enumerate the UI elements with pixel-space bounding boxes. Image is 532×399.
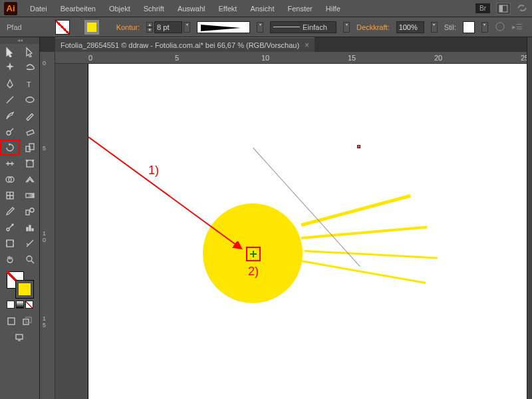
screen-mode-icon[interactable]	[13, 331, 27, 344]
svg-rect-22	[7, 240, 13, 247]
panel-grip-icon[interactable]: ◂◂	[0, 37, 39, 44]
control-bar: Pfad Kontur: ▲▼ 8 pt ▾ ▾ Einfach ▾ Deckk…	[0, 17, 532, 37]
lasso-tool[interactable]	[20, 60, 40, 76]
artboard-tool[interactable]	[0, 235, 20, 251]
canvas-area[interactable]: 1) 2)	[55, 64, 532, 399]
gradient-tool[interactable]	[20, 188, 40, 203]
stroke-down-icon[interactable]: ▼	[146, 27, 153, 33]
menu-view[interactable]: Ansicht	[244, 2, 280, 15]
menu-help[interactable]: Hilfe	[320, 2, 346, 15]
selection-tool[interactable]	[0, 44, 20, 60]
right-panel-collapsed[interactable]	[527, 37, 532, 399]
pen-tool[interactable]	[0, 76, 20, 92]
magic-wand-tool[interactable]	[0, 60, 20, 76]
ruler-tick: 0	[43, 60, 46, 66]
stroke-weight-value[interactable]: 8 pt	[154, 21, 182, 33]
svg-rect-1	[499, 5, 503, 12]
type-tool[interactable]: T	[20, 76, 40, 92]
horizontal-ruler[interactable]: 0 5 10 15 20 25	[55, 52, 532, 64]
ruler-tick: 15	[348, 54, 356, 62]
anchor-point[interactable]	[357, 145, 360, 148]
line-tool[interactable]	[0, 92, 20, 108]
fill-swatch[interactable]	[55, 20, 70, 35]
menu-object[interactable]: Objekt	[103, 2, 136, 15]
annotation-label-2: 2)	[248, 265, 259, 279]
blob-brush-tool[interactable]	[0, 124, 20, 140]
draw-behind-icon[interactable]	[21, 315, 35, 329]
stroke-label[interactable]: Kontur:	[116, 23, 140, 31]
vertical-ruler[interactable]: 0 5 1 0 1 5	[40, 52, 55, 399]
svg-rect-14	[26, 194, 34, 198]
graphic-style-swatch[interactable]	[463, 21, 475, 33]
arrange-docs-icon[interactable]	[496, 3, 511, 15]
perspective-grid-tool[interactable]	[20, 172, 40, 188]
ruler-tick: 20	[434, 54, 442, 62]
svg-point-16	[30, 208, 34, 212]
mesh-tool[interactable]	[0, 188, 20, 203]
svg-rect-15	[26, 210, 29, 215]
zoom-tool[interactable]	[20, 251, 40, 267]
ruler-tick: 5	[43, 145, 46, 152]
ruler-tick: 10	[261, 54, 269, 62]
eraser-tool[interactable]	[20, 124, 40, 140]
paintbrush-tool[interactable]	[0, 108, 20, 124]
main-menubar: Ai Datei Bearbeiten Objekt Schrift Auswa…	[0, 0, 532, 17]
column-graph-tool[interactable]	[20, 219, 40, 235]
menu-window[interactable]: Fenster	[281, 2, 318, 15]
svg-rect-7	[27, 130, 34, 135]
opacity-label[interactable]: Deckkraft:	[356, 23, 390, 31]
profile-label: Einfach	[303, 23, 327, 31]
ellipse-tool[interactable]	[20, 92, 40, 108]
stroke-up-icon[interactable]: ▲	[146, 22, 153, 27]
draw-normal-icon[interactable]	[5, 315, 19, 329]
direct-selection-tool[interactable]	[20, 44, 40, 60]
menu-effect[interactable]: Effekt	[212, 2, 243, 15]
annotation-label-1: 1)	[148, 164, 159, 178]
panel-menu-icon[interactable]: ▸☰	[512, 23, 523, 31]
brush-definition[interactable]	[197, 21, 250, 33]
gradient-mode-icon[interactable]	[16, 301, 24, 309]
symbol-sprayer-tool[interactable]	[0, 219, 20, 235]
svg-rect-24	[8, 318, 15, 325]
annotation-arrow	[88, 64, 354, 290]
svg-point-23	[27, 256, 32, 261]
stroke-profile[interactable]: Einfach	[270, 21, 336, 33]
menu-type[interactable]: Schrift	[138, 2, 170, 15]
menu-select[interactable]: Auswahl	[172, 2, 211, 15]
svg-text:T: T	[27, 80, 31, 88]
profile-dropdown-icon[interactable]: ▾	[343, 22, 350, 33]
style-label: Stil:	[444, 23, 456, 31]
bridge-icon[interactable]: Br	[475, 3, 491, 14]
stroke-dropdown-icon[interactable]: ▾	[184, 22, 190, 33]
svg-rect-27	[16, 334, 23, 339]
none-mode-icon[interactable]	[25, 301, 33, 309]
color-mode-icon[interactable]	[7, 301, 15, 309]
artboard[interactable]: 1) 2)	[88, 64, 532, 399]
fill-stroke-indicator[interactable]	[7, 271, 33, 298]
shape-builder-tool[interactable]	[0, 172, 20, 188]
stroke-swatch[interactable]	[84, 20, 99, 35]
opacity-value[interactable]: 100%	[396, 21, 424, 33]
brush-dropdown-icon[interactable]: ▾	[257, 22, 263, 33]
menu-edit[interactable]: Bearbeiten	[55, 2, 102, 15]
rotate-tool[interactable]	[0, 140, 20, 156]
ruler-tick: 5	[175, 54, 179, 62]
document-tab[interactable]: Fotolia_28654551 © ddraw - Fotolia.com.a…	[55, 37, 315, 53]
blend-tool[interactable]	[20, 203, 40, 219]
width-tool[interactable]	[0, 156, 20, 172]
free-transform-tool[interactable]	[20, 156, 40, 172]
sync-icon[interactable]	[516, 3, 528, 15]
menu-file[interactable]: Datei	[24, 2, 53, 15]
recolor-icon[interactable]	[495, 21, 505, 33]
slice-tool[interactable]	[20, 235, 40, 251]
scale-tool[interactable]	[20, 140, 40, 156]
stroke-color-swatch[interactable]	[16, 281, 33, 298]
stroke-weight-field[interactable]: ▲▼ 8 pt ▾	[146, 21, 190, 33]
style-dropdown-icon[interactable]: ▾	[481, 22, 488, 33]
eyedropper-tool[interactable]	[0, 203, 20, 219]
close-tab-icon[interactable]: ×	[305, 41, 309, 50]
hand-tool[interactable]	[0, 251, 20, 267]
opacity-dropdown-icon[interactable]: ▾	[431, 22, 438, 33]
pencil-tool[interactable]	[20, 108, 40, 124]
svg-rect-19	[27, 227, 28, 231]
